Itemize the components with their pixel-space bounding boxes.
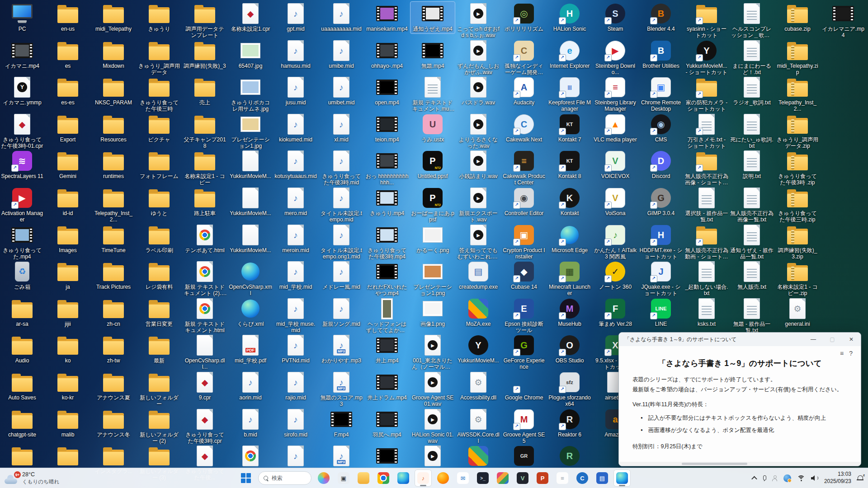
desktop-icon[interactable]: イカマニ.mp4 — [0, 39, 44, 70]
desktop-icon[interactable]: プレゼンテーション1.jpg — [228, 113, 273, 150]
desktop-icon[interactable]: ♪meroin.mid — [274, 223, 318, 255]
desktop-icon[interactable]: ▲VLC media player — [593, 113, 637, 144]
taskbar-app-terminal[interactable]: >_ — [474, 469, 491, 487]
desktop-icon[interactable]: ▶Groove Agent SE 01.wav — [410, 371, 455, 408]
desktop-icon[interactable]: 調声練習(失敗)_3 — [183, 39, 227, 70]
desktop-icon[interactable]: KKontakt — [547, 186, 592, 218]
desktop-icon[interactable]: 無人販売.txt — [730, 260, 774, 291]
desktop-icon[interactable]: ♪ — [274, 444, 318, 469]
desktop-icon[interactable]: 調声練習(失敗)_3.zip — [775, 223, 820, 261]
desktop-icon[interactable]: きゅうり.mp4 — [365, 186, 409, 218]
desktop-icon[interactable]: ko — [46, 333, 90, 365]
desktop-icon[interactable]: ◉Controller Editor — [502, 186, 546, 218]
desktop-icon[interactable]: きゅうり食ってた午後三時 — [137, 75, 181, 113]
desktop-icon[interactable]: きゅうり_調声用データ — [137, 39, 181, 77]
desktop-icon[interactable]: VVoiSona — [593, 186, 637, 218]
desktop-icon[interactable]: GGIMP 3.0.4 — [639, 186, 683, 218]
desktop-icon[interactable]: 調声用データテンプレート — [183, 2, 227, 40]
desktop-icon[interactable]: ♪タイトル未設定.tempo.orig1.mid — [319, 223, 363, 261]
desktop-icon[interactable]: ◉CMS — [639, 113, 683, 144]
desktop-icon[interactable]: ♪uaaaaaaaaa.mid — [319, 2, 363, 33]
desktop-icon[interactable]: LINELINE — [639, 297, 683, 328]
desktop-icon[interactable]: Track Pictures — [91, 260, 136, 291]
desktop-icon[interactable]: DDiscord — [639, 149, 683, 181]
desktop-icon[interactable] — [456, 444, 500, 469]
desktop-icon[interactable]: ♪b.mid — [228, 408, 273, 439]
desktop-icon[interactable]: 羽尻へ.mp4 — [365, 408, 409, 439]
desktop-icon[interactable]: だれだFXいれたやつ.mp4 — [365, 260, 409, 298]
taskbar-app-chrome[interactable] — [375, 469, 392, 487]
help-icon[interactable]: ? — [849, 350, 853, 357]
desktop-icon[interactable]: chatgpt-site — [0, 408, 44, 439]
desktop-icon[interactable]: _起動しない場合.txt — [684, 260, 729, 298]
desktop-icon[interactable]: 名称未設定1 - コピー.zip — [775, 260, 820, 298]
desktop-icon[interactable]: HHDDFMT.exe - ショートカット — [639, 223, 683, 261]
desktop-icon[interactable]: NKSC_PARAM — [91, 75, 136, 107]
minimize-button[interactable]: — — [804, 333, 823, 346]
desktop-icon[interactable]: くらび.xml — [228, 297, 273, 328]
desktop-icon[interactable]: ラジオ_歌詞.txt — [730, 75, 774, 107]
desktop-icon[interactable]: VVOICEVOX — [593, 149, 637, 181]
desktop-icon[interactable]: Telepathy_Inst_2... — [775, 75, 820, 113]
desktop-icon[interactable]: ⚙AWSSDK.Core.dll — [456, 408, 500, 446]
desktop-icon[interactable]: JJQuake.exe - ショートカット — [639, 260, 683, 298]
desktop-icon[interactable]: 新規 テキストドキュメント.musicxml — [410, 75, 455, 113]
desktop-icon[interactable]: HHALion Sonic — [547, 2, 592, 33]
desktop-icon[interactable]: ♪mero.mid — [274, 186, 318, 218]
desktop-icon[interactable]: CCakewalk Next — [502, 113, 546, 144]
desktop-icon[interactable]: syasinn - ショートカット — [684, 2, 729, 40]
desktop-icon[interactable]: ✓ノートン 360 — [593, 260, 637, 291]
desktop-icon[interactable]: ≡Steinberg Library Manager — [593, 75, 637, 113]
taskbar-app-voicevox[interactable]: V — [514, 469, 531, 487]
desktop-icon[interactable]: GGeForce Experience — [502, 333, 546, 371]
desktop-icon[interactable]: 無人販売不正行為画像 - ショートカット — [684, 149, 729, 187]
desktop-icon[interactable] — [46, 444, 90, 469]
desktop-icon[interactable]: ▶新規エクスポート.wav — [456, 186, 500, 224]
desktop-icon[interactable]: ♪新規ソング.mid — [319, 297, 363, 328]
desktop-icon[interactable]: GR — [502, 444, 546, 469]
desktop-icon[interactable]: ▶ずんだもん_しおかぜふ.wav — [456, 39, 500, 77]
desktop-icon[interactable]: ♪gpt.mid — [274, 2, 318, 33]
search-box[interactable] — [258, 471, 311, 485]
search-input[interactable] — [272, 475, 303, 481]
desktop-icon[interactable]: ♪mid_学校.mid — [274, 260, 318, 291]
desktop-icon[interactable]: OpenCvSharp.dll... — [183, 333, 227, 371]
desktop-icon[interactable]: 父子キャンプ2018 — [183, 113, 227, 150]
desktop-icon[interactable]: ♪きゅうり食ってた午後3時.mid — [319, 149, 363, 187]
desktop-icon[interactable]: ♪MP3わかりやす.mp3 — [319, 333, 363, 365]
close-button[interactable]: ✕ — [842, 333, 861, 346]
desktop-icon[interactable]: ♪umibet.mid — [319, 75, 363, 107]
desktop-icon[interactable]: ピクチャ — [137, 113, 181, 144]
desktop-icon[interactable]: midi_Telepathy — [91, 2, 136, 33]
desktop-icon[interactable]: きゅうり食ってた午後三時.zip — [775, 186, 820, 224]
desktop-icon[interactable]: ⚙Accessibility.dll — [456, 371, 500, 402]
desktop-icon[interactable]: ohhayo-.mp4 — [365, 39, 409, 70]
desktop-icon[interactable]: Telepathy_Inst_2... — [91, 186, 136, 224]
desktop-icon[interactable]: runtimes — [91, 149, 136, 181]
scrollbar-thumb[interactable] — [682, 463, 747, 465]
start-button[interactable] — [237, 469, 255, 487]
desktop-icon[interactable]: R — [547, 444, 592, 469]
desktop-icon[interactable]: midi_Telepathy.zip — [775, 39, 820, 77]
desktop-icon[interactable]: RReaktor 6 — [547, 408, 592, 439]
desktop-icon[interactable] — [365, 444, 409, 469]
desktop-icon[interactable]: F筆まめ Ver.28 — [593, 297, 637, 328]
desktop-icon[interactable]: ♪sirofo.mid — [274, 408, 318, 439]
desktop-icon[interactable]: ▶ — [410, 444, 455, 469]
desktop-icon[interactable]: イカレマニア.mp4 — [821, 2, 865, 40]
taskbar-app-browser-active[interactable] — [613, 469, 631, 487]
desktop-icon[interactable]: ◆9.cpr — [183, 371, 227, 402]
desktop-icon[interactable]: BBlender 4.4 — [639, 2, 683, 33]
desktop-icon[interactable]: ▤createdump.exe — [456, 260, 500, 291]
desktop-icon[interactable]: ▶001_東北きりたん（ノーマル）_今じゃ... — [410, 333, 455, 371]
maximize-button[interactable]: ▢ — [823, 333, 842, 346]
desktop-icon[interactable]: eInternet Explorer — [547, 39, 592, 70]
desktop-icon[interactable]: ◆Cubase 14 — [502, 260, 546, 291]
desktop-icon[interactable]: C孤独なインディーゲーム開発者の一生 ... — [502, 39, 546, 77]
desktop-icon[interactable]: かるーく.png — [410, 223, 455, 255]
desktop-icon[interactable]: Gemini — [46, 149, 90, 181]
desktop-icon[interactable]: 家の防犯カメラ - ショートカット — [684, 75, 729, 113]
taskbar-app-media-player[interactable] — [494, 469, 511, 487]
desktop-icon[interactable]: manisekarin.mp4 — [365, 2, 409, 33]
desktop-icon[interactable]: きゅうり食ってた午後3時.mp4 — [365, 223, 409, 261]
